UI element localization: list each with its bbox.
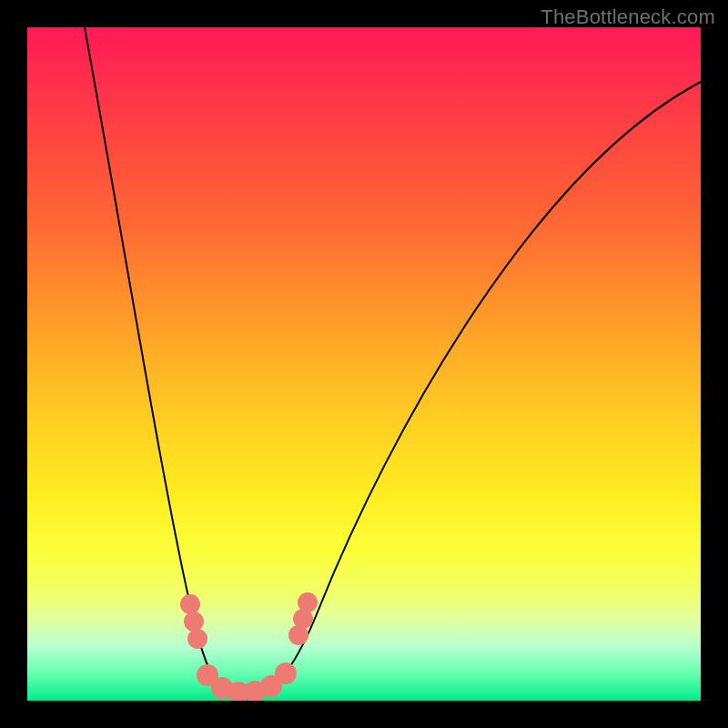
chart-curve-layer — [27, 27, 701, 701]
curve-marker — [275, 662, 297, 684]
bottleneck-curve — [85, 27, 701, 699]
watermark-text: TheBottleneck.com — [541, 5, 715, 29]
curve-marker — [187, 629, 207, 649]
curve-marker — [298, 592, 318, 612]
chart-plot-area — [27, 27, 701, 701]
